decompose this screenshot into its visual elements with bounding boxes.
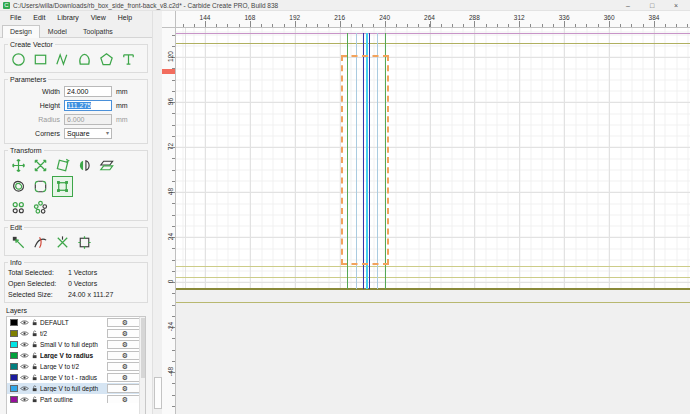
tab-model[interactable]: Model bbox=[40, 25, 75, 37]
info-row-value: 1 Vectors bbox=[68, 269, 97, 276]
polygon-tool-icon bbox=[98, 51, 115, 69]
layers-scrollbar[interactable] bbox=[139, 317, 145, 414]
ruler-minor-tick bbox=[575, 24, 576, 27]
layer-row[interactable]: DEFAULT⚙ bbox=[7, 317, 145, 328]
trim-button[interactable] bbox=[30, 232, 51, 253]
eye-icon[interactable] bbox=[20, 352, 29, 360]
menu-view[interactable]: View bbox=[85, 14, 112, 21]
menu-edit[interactable]: Edit bbox=[27, 14, 51, 21]
layer-row[interactable]: Large V to t/2⚙ bbox=[7, 361, 145, 372]
eye-icon[interactable] bbox=[20, 341, 29, 349]
layers-scrollbar-thumb[interactable] bbox=[141, 318, 145, 378]
layer-color-swatch[interactable] bbox=[10, 341, 18, 348]
linear-array-button[interactable] bbox=[8, 197, 29, 218]
param-row-radius: Radius6.000mm bbox=[8, 113, 144, 126]
fillet-button[interactable] bbox=[30, 176, 51, 197]
lock-icon[interactable] bbox=[30, 319, 39, 327]
tab-toolpaths[interactable]: Toolpaths bbox=[75, 25, 121, 37]
text-tool-button[interactable] bbox=[118, 49, 139, 70]
gear-icon[interactable]: ⚙ bbox=[107, 351, 143, 360]
gear-icon[interactable]: ⚙ bbox=[107, 340, 143, 349]
node-edit-button[interactable] bbox=[8, 232, 29, 253]
layer-color-swatch[interactable] bbox=[10, 385, 18, 392]
width-field[interactable]: 24.000 bbox=[64, 86, 112, 97]
polyline-tool-button[interactable] bbox=[52, 49, 73, 70]
circle-tool-button[interactable] bbox=[8, 49, 29, 70]
gear-icon[interactable]: ⚙ bbox=[107, 373, 143, 382]
eye-icon[interactable] bbox=[20, 374, 29, 382]
gear-icon[interactable]: ⚙ bbox=[107, 318, 143, 327]
parameters-label: Parameters bbox=[8, 76, 48, 83]
ruler-minor-tick bbox=[676, 24, 677, 27]
layer-row[interactable]: Large V to radius⚙ bbox=[7, 350, 145, 361]
eye-icon[interactable] bbox=[20, 330, 29, 338]
menu-help[interactable]: Help bbox=[112, 14, 138, 21]
lock-icon[interactable] bbox=[30, 385, 39, 393]
gear-icon[interactable]: ⚙ bbox=[107, 362, 143, 371]
menu-library[interactable]: Library bbox=[51, 14, 84, 21]
stock-area[interactable] bbox=[176, 28, 690, 290]
lock-icon[interactable] bbox=[30, 363, 39, 371]
layer-row[interactable]: t/2⚙ bbox=[7, 328, 145, 339]
drawing-canvas[interactable] bbox=[176, 28, 690, 414]
eye-icon[interactable] bbox=[20, 385, 29, 393]
minimize-button[interactable]: – bbox=[623, 2, 633, 9]
rectangle-tool-button[interactable] bbox=[30, 49, 51, 70]
info-row-label: Selected Size: bbox=[8, 291, 68, 298]
ruler-minor-tick bbox=[631, 24, 632, 27]
skew-button[interactable] bbox=[96, 155, 117, 176]
ruler-minor-tick bbox=[172, 91, 175, 92]
offset-button[interactable] bbox=[8, 176, 29, 197]
layer-row[interactable]: Small V to full depth⚙ bbox=[7, 339, 145, 350]
gear-icon[interactable]: ⚙ bbox=[107, 329, 143, 338]
boolean-button[interactable] bbox=[52, 176, 73, 197]
layer-row[interactable]: Part outline⚙ bbox=[7, 394, 145, 403]
close-button[interactable]: × bbox=[671, 2, 681, 9]
curve-tool-button[interactable] bbox=[74, 49, 95, 70]
lock-icon[interactable] bbox=[30, 330, 39, 338]
layer-color-swatch[interactable] bbox=[10, 363, 18, 370]
scale-button[interactable] bbox=[30, 155, 51, 176]
rotate-button[interactable] bbox=[52, 155, 73, 176]
lock-icon[interactable] bbox=[30, 352, 39, 360]
gear-icon[interactable]: ⚙ bbox=[107, 395, 143, 403]
layer-color-swatch[interactable] bbox=[10, 352, 18, 359]
layer-color-swatch[interactable] bbox=[10, 319, 18, 326]
move-button[interactable] bbox=[8, 155, 29, 176]
lock-icon[interactable] bbox=[30, 341, 39, 349]
eye-icon[interactable] bbox=[20, 363, 29, 371]
mirror-button[interactable] bbox=[74, 155, 95, 176]
layer-color-swatch[interactable] bbox=[10, 330, 18, 337]
ruler-major-tick bbox=[295, 21, 296, 27]
ruler-minor-tick bbox=[172, 248, 175, 249]
break-button[interactable] bbox=[52, 232, 73, 253]
window-controls: –□× bbox=[623, 2, 681, 9]
menu-file[interactable]: File bbox=[4, 14, 27, 21]
resize-button[interactable] bbox=[74, 232, 95, 253]
radius-field[interactable]: 6.000 bbox=[64, 114, 112, 125]
layer-row[interactable]: Large V to full depth⚙ bbox=[7, 383, 145, 394]
layer-row[interactable]: Large V to t - radius⚙ bbox=[7, 372, 145, 383]
unit-label: mm bbox=[112, 88, 128, 95]
fillet-icon bbox=[32, 178, 49, 196]
panel-scrollbar[interactable] bbox=[152, 11, 162, 414]
polygon-tool-button[interactable] bbox=[96, 49, 117, 70]
menu-bar: FileEditLibraryViewHelp bbox=[0, 11, 152, 24]
selected-rectangle[interactable] bbox=[341, 55, 389, 265]
corners-select[interactable]: Square▾ bbox=[64, 128, 112, 139]
param-label-corners: Corners bbox=[8, 130, 64, 137]
eye-icon[interactable] bbox=[20, 396, 29, 404]
ruler-major-tick bbox=[519, 21, 520, 27]
layer-color-swatch[interactable] bbox=[10, 374, 18, 381]
eye-icon[interactable] bbox=[20, 319, 29, 327]
lock-icon[interactable] bbox=[30, 396, 39, 404]
panel-scrollbar-thumb[interactable] bbox=[154, 377, 162, 409]
ruler-minor-tick bbox=[172, 125, 175, 126]
maximize-button[interactable]: □ bbox=[647, 2, 657, 9]
height-field[interactable]: 111.275 bbox=[64, 100, 112, 111]
tab-design[interactable]: Design bbox=[2, 25, 40, 38]
layer-color-swatch[interactable] bbox=[10, 396, 18, 403]
gear-icon[interactable]: ⚙ bbox=[107, 384, 143, 393]
circular-array-button[interactable] bbox=[30, 197, 51, 218]
lock-icon[interactable] bbox=[30, 374, 39, 382]
